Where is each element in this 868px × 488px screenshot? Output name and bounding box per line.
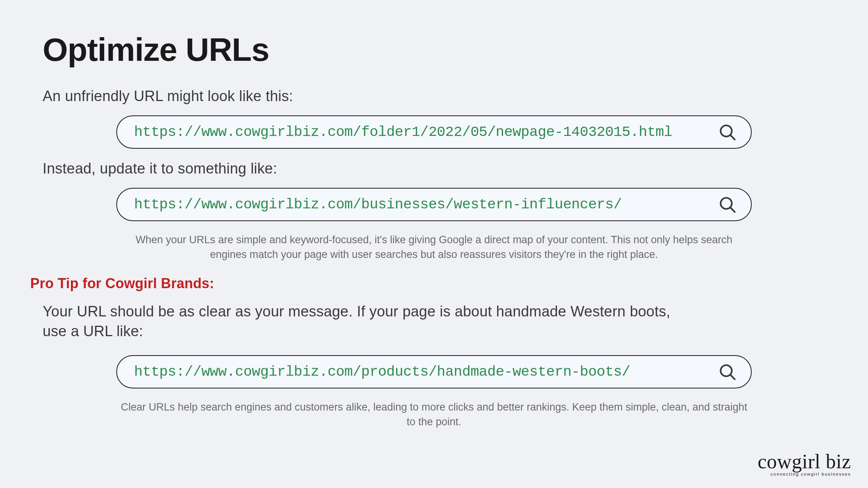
search-icon: [718, 123, 736, 141]
url-text-good: https://www.cowgirlbiz.com/businesses/we…: [134, 196, 622, 213]
url-bar-tip-example: https://www.cowgirlbiz.com/products/hand…: [116, 355, 752, 388]
search-icon: [718, 196, 736, 213]
intro-unfriendly: An unfriendly URL might look like this:: [43, 88, 825, 105]
page-title: Optimize URLs: [43, 31, 825, 69]
url-bar-good-example: https://www.cowgirlbiz.com/businesses/we…: [116, 188, 752, 221]
logo-main-text: cowgirl biz: [758, 453, 851, 471]
url-bar-bad-example: https://www.cowgirlbiz.com/folder1/2022/…: [116, 115, 752, 149]
intro-friendly: Instead, update it to something like:: [43, 160, 825, 177]
pro-tip-text: Your URL should be as clear as your mess…: [43, 302, 694, 342]
svg-line-1: [730, 135, 735, 139]
pro-tip-heading: Pro Tip for Cowgirl Brands:: [30, 275, 825, 292]
logo-tagline: connecting cowgirl businesses: [758, 472, 851, 476]
brand-logo: cowgirl biz connecting cowgirl businesse…: [758, 453, 851, 476]
svg-line-3: [730, 208, 735, 212]
url-text-bad: https://www.cowgirlbiz.com/folder1/2022/…: [134, 124, 672, 140]
explanation-seo: When your URLs are simple and keyword-fo…: [116, 233, 752, 262]
svg-line-5: [730, 375, 735, 379]
url-text-tip: https://www.cowgirlbiz.com/products/hand…: [134, 364, 630, 380]
explanation-closing: Clear URLs help search engines and custo…: [116, 400, 752, 430]
search-icon: [718, 363, 736, 381]
